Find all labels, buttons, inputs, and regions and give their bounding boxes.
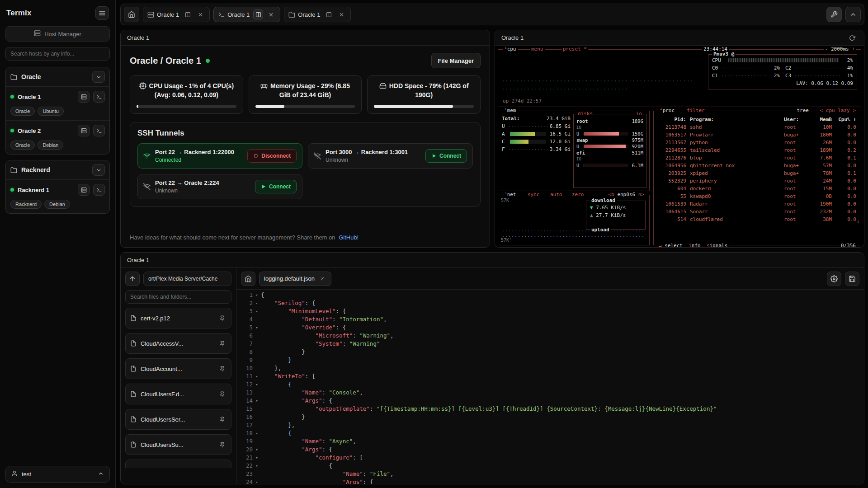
file-manager-button[interactable]: File Manager xyxy=(431,53,481,68)
open-terminal-button[interactable] xyxy=(93,184,105,196)
fold-toggle[interactable]: ▾ xyxy=(253,291,261,299)
fold-toggle[interactable]: ▾ xyxy=(253,462,261,470)
fold-toggle[interactable]: ▾ xyxy=(253,307,261,315)
split-view-button[interactable] xyxy=(183,9,193,19)
pin-file-button[interactable] xyxy=(217,339,226,348)
open-terminal-button[interactable] xyxy=(93,125,105,136)
file-cloudaccessv[interactable]: CloudAccessV... xyxy=(125,333,231,354)
process-row[interactable]: 604dockerdroot15M0.0 xyxy=(654,185,861,192)
line-number: 18 xyxy=(236,429,253,437)
btop-interval: 2000ms xyxy=(831,46,849,52)
terminal-screen[interactable]: ¹cpu menu preset * 23:44:14 - 2000ms + ·… xyxy=(495,46,864,247)
github-link[interactable]: GitHub! xyxy=(339,234,359,241)
fold-toggle[interactable]: ▾ xyxy=(253,372,261,380)
file-cloudaccount[interactable]: CloudAccount... xyxy=(125,358,231,379)
file-item-partial[interactable] xyxy=(125,460,231,468)
connect-tunnel-button[interactable]: Connect xyxy=(255,180,297,193)
fold-toggle[interactable]: ▾ xyxy=(253,446,261,454)
cpu-total-meter xyxy=(728,58,839,62)
pin-file-button[interactable] xyxy=(217,364,226,373)
process-table-header: Pid:Program: User:MemB Cpu% ↑ xyxy=(654,116,861,123)
open-server-view-button[interactable] xyxy=(78,91,90,103)
close-tab-button[interactable] xyxy=(336,9,346,19)
collapse-group-button[interactable] xyxy=(92,164,105,176)
open-terminal-button[interactable] xyxy=(93,91,105,103)
panel-title: Oracle 1 xyxy=(127,34,149,41)
editor-line: 14▾ "Args": { xyxy=(236,397,864,405)
fold-toggle[interactable]: ▾ xyxy=(253,380,261,389)
fold-toggle[interactable]: ▾ xyxy=(253,454,261,462)
open-server-view-button[interactable] xyxy=(78,125,90,136)
editor-tab[interactable]: logging.default.json xyxy=(259,272,331,286)
scroll-down-indicator[interactable]: ↓ xyxy=(856,218,859,225)
process-row[interactable]: 514cloudflaredroot38M0.0 xyxy=(654,216,861,223)
feedback-message: Have ideas for what should come next for… xyxy=(130,234,335,241)
tools-button[interactable] xyxy=(826,7,842,22)
process-row[interactable]: 1064956qbittorrent-noxbuga+57M0.0 xyxy=(654,162,861,169)
tab-2-oracle-1[interactable]: Oracle 1 xyxy=(213,7,280,22)
fold-toggle[interactable]: ▾ xyxy=(253,478,261,484)
file-search-input[interactable] xyxy=(125,290,231,304)
fold-toggle[interactable]: ▾ xyxy=(253,397,261,405)
connect-tunnel-button[interactable]: Connect xyxy=(425,149,467,163)
collapse-tabbar-button[interactable] xyxy=(845,7,861,22)
sidebar-menu-button[interactable] xyxy=(95,6,109,20)
process-row[interactable]: 2113567pythonroot26M0.0 xyxy=(654,139,861,146)
file-cert-v2-p12[interactable]: cert-v2.p12 xyxy=(125,308,231,328)
fold-toggle[interactable]: ▾ xyxy=(253,429,261,437)
line-number: 2 xyxy=(236,299,253,307)
split-view-button[interactable] xyxy=(324,9,334,19)
fold-toggle[interactable]: ▾ xyxy=(253,299,261,307)
host-manager-button[interactable]: Host Manager xyxy=(5,26,110,42)
file-cloudusersser[interactable]: CloudUsersSer... xyxy=(125,409,231,430)
sidebar-footer-test[interactable]: test xyxy=(5,466,110,483)
play-icon xyxy=(431,153,437,159)
path-input[interactable] xyxy=(143,272,231,286)
close-tab-button[interactable] xyxy=(195,9,205,19)
process-row[interactable]: 2113748sshdroot10M0.0 xyxy=(654,123,861,131)
menu-icon xyxy=(99,9,106,17)
code-editor[interactable]: 1▾{2▾ "Serilog": {3▾ "MinimumLevel": {4 … xyxy=(236,290,864,484)
process-row[interactable]: 55kswapd0root0B0.0 xyxy=(654,192,861,200)
navigate-up-button[interactable] xyxy=(125,272,140,286)
fold-toggle[interactable]: ▾ xyxy=(253,324,261,332)
home-tab-button[interactable] xyxy=(124,7,139,22)
stat-progress xyxy=(374,105,474,108)
host-search-input[interactable] xyxy=(5,47,110,61)
fold-toggle xyxy=(253,405,261,413)
process-row[interactable]: 552329peripheryroot24M0.0 xyxy=(654,177,861,185)
process-row[interactable]: 1064615Sonarrroot232M0.0 xyxy=(654,208,861,216)
process-row[interactable]: 2112876btoproot7.6M0.1 xyxy=(654,154,861,162)
collapse-group-button[interactable] xyxy=(92,71,105,83)
pin-file-button[interactable] xyxy=(217,440,226,449)
process-row[interactable]: 1061539Radarrroot190M0.0 xyxy=(654,200,861,208)
host-tag: Oracle xyxy=(10,141,35,150)
pin-file-button[interactable] xyxy=(217,314,226,323)
editor-line: 12▾ { xyxy=(236,380,864,389)
split-view-button[interactable] xyxy=(253,9,263,19)
process-row[interactable]: 203925xpipedbuga+78M0.1 xyxy=(654,169,861,177)
process-row[interactable]: 2294655tailscaledroot189M0.2 xyxy=(654,146,861,154)
close-tab-button[interactable] xyxy=(266,9,276,19)
file-home-button[interactable] xyxy=(241,272,255,286)
file-cloudusersf-d[interactable]: CloudUsersF.d... xyxy=(125,384,231,404)
file-clouduserssu[interactable]: CloudUsersSu... xyxy=(125,434,231,455)
editor-toolbar-right xyxy=(827,272,859,286)
disconnect-tunnel-button[interactable]: Disconnect xyxy=(247,149,297,163)
close-editor-tab-button[interactable] xyxy=(318,275,326,283)
save-file-button[interactable] xyxy=(845,272,859,286)
file-panel-body: cert-v2.p12CloudAccessV...CloudAccount..… xyxy=(121,268,864,484)
process-row[interactable]: 1063517Prowlarrbuga+180M0.0 xyxy=(654,131,861,139)
refresh-button[interactable] xyxy=(847,33,858,43)
tab-label: Oracle 1 xyxy=(157,11,180,18)
host-oracle-2[interactable]: Oracle 2OracleDebian xyxy=(6,120,109,154)
open-server-view-button[interactable] xyxy=(78,184,90,196)
tab-3-oracle-1[interactable]: Oracle 1 xyxy=(284,7,351,22)
pin-file-button[interactable] xyxy=(217,415,226,424)
host-racknerd-1[interactable]: Racknerd 1RacknerdDebian xyxy=(6,179,109,213)
editor-settings-button[interactable] xyxy=(827,272,841,286)
pin-file-button[interactable] xyxy=(217,389,226,399)
tab-1-oracle-1[interactable]: Oracle 1 xyxy=(143,7,210,22)
line-number: 23 xyxy=(236,470,253,478)
host-oracle-1[interactable]: Oracle 1OracleUbuntu xyxy=(6,86,109,120)
